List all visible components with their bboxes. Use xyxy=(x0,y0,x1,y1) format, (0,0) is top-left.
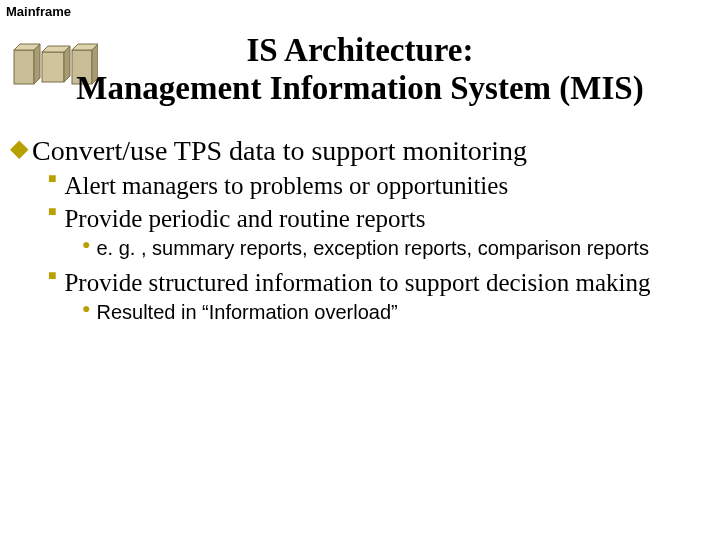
square-icon: ■ xyxy=(48,170,56,188)
bullet-level1: ◆ Convert/use TPS data to support monito… xyxy=(10,134,710,168)
slide-body: ◆ Convert/use TPS data to support monito… xyxy=(10,134,710,331)
bullet-text: Convert/use TPS data to support monitori… xyxy=(32,134,710,168)
bullet-text: Resulted in “Information overload” xyxy=(96,300,690,325)
bullet-level2: ■ Provide structured information to supp… xyxy=(48,267,710,298)
bullet-level3: ● e. g. , summary reports, exception rep… xyxy=(82,236,710,261)
label-mainframe: Mainframe xyxy=(6,4,71,19)
title-line-2: Management Information System (MIS) xyxy=(76,70,643,106)
diamond-icon: ◆ xyxy=(10,134,28,163)
square-icon: ■ xyxy=(48,203,56,221)
bullet-level3: ● Resulted in “Information overload” xyxy=(82,300,710,325)
bullet-text: Provide structured information to suppor… xyxy=(64,267,710,298)
bullet-text: Alert managers to problems or opportunit… xyxy=(64,170,710,201)
bullet-level2: ■ Alert managers to problems or opportun… xyxy=(48,170,710,201)
square-icon: ■ xyxy=(48,267,56,285)
slide-title: IS Architecture: Management Information … xyxy=(0,32,720,108)
title-line-1: IS Architecture: xyxy=(247,32,474,68)
circle-icon: ● xyxy=(82,300,90,318)
bullet-level2: ■ Provide periodic and routine reports xyxy=(48,203,710,234)
bullet-text: e. g. , summary reports, exception repor… xyxy=(96,236,690,261)
circle-icon: ● xyxy=(82,236,90,254)
bullet-text: Provide periodic and routine reports xyxy=(64,203,710,234)
